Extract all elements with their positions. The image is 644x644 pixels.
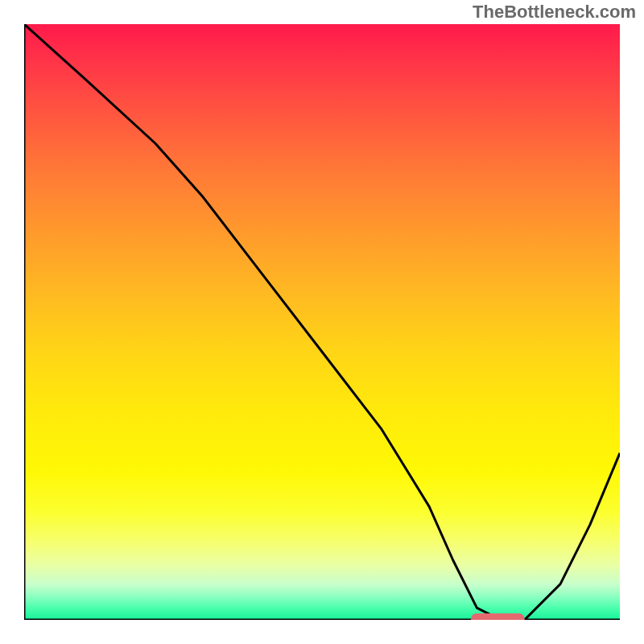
plot-area bbox=[24, 24, 620, 620]
optimal-marker bbox=[471, 613, 525, 620]
chart-svg bbox=[24, 24, 620, 620]
chart-container: TheBottleneck.com bbox=[0, 0, 644, 644]
watermark-text: TheBottleneck.com bbox=[473, 2, 636, 23]
bottleneck-curve bbox=[24, 24, 620, 620]
